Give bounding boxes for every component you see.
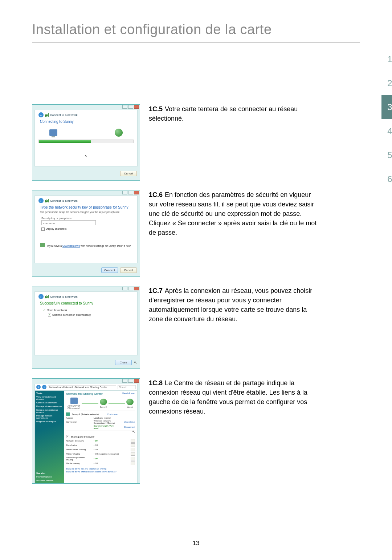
step-1c6: ← Connect to a network Type the network … — [32, 190, 320, 277]
nav-back-icon[interactable]: ‹ — [36, 385, 41, 389]
step-label: 1C.8 — [149, 379, 163, 387]
nav-fwd-icon[interactable]: › — [42, 385, 46, 389]
customize-link[interactable]: Customize — [101, 413, 118, 415]
connecting-status: Connecting to Sunny — [40, 120, 134, 124]
cursor-icon: ↖ — [132, 430, 135, 434]
sidebar-item[interactable]: Set up a connection or network — [36, 409, 62, 413]
sidebar-item[interactable]: Manage wireless networks — [36, 405, 62, 407]
step-1c5: ← Connect to a network Connecting to Sun… — [32, 104, 320, 181]
back-arrow-icon: ← — [38, 112, 44, 117]
cursor-icon: ↖ — [134, 360, 137, 364]
sidebar-item[interactable]: View computers and devices — [36, 396, 62, 400]
tab-3: 3 — [381, 95, 392, 119]
signal-icon — [45, 113, 49, 117]
internet-icon — [126, 399, 134, 405]
connected-heading: Successfully connected to Sunny — [40, 301, 134, 305]
sharing-row: Printer sharing• Off (no printers instal… — [66, 452, 135, 456]
tab-5: 5 — [381, 143, 392, 167]
step-text-1c5: 1C.5Votre carte tentera de se connecter … — [149, 104, 320, 123]
footer-link-1[interactable]: Show me all the files and folders I am s… — [66, 467, 135, 470]
window-title: Connect to a network — [50, 295, 78, 298]
passphrase-sub: The person who setup the network can giv… — [40, 211, 134, 213]
screenshot-connected: ← Connect to a network Successfully conn… — [32, 286, 140, 369]
window-title: Connect to a network — [50, 199, 78, 202]
screenshot-sharing-center: ‹ › Network and Internet › Network and S… — [32, 378, 140, 484]
address-bar: ‹ › Network and Internet › Network and S… — [34, 384, 138, 390]
expand-button[interactable] — [131, 452, 135, 456]
max-icon — [128, 105, 133, 109]
expand-button[interactable] — [131, 457, 135, 460]
view-full-map-link[interactable]: View full map — [122, 392, 135, 394]
tab-2: 2 — [381, 71, 392, 95]
tab-6: 6 — [381, 167, 392, 191]
key-field-label: Security key or passphrase: — [41, 217, 134, 219]
auto-connect-label: Start this connection automatically — [52, 314, 91, 316]
close-icon — [134, 105, 139, 109]
step-1c7: ← Connect to a network Successfully conn… — [32, 286, 320, 369]
expand-button[interactable] — [131, 448, 135, 451]
back-arrow-icon: ← — [38, 198, 44, 203]
sidebar-item[interactable]: Manage network connections — [36, 415, 62, 419]
sidebar-item[interactable]: Windows Firewall — [36, 479, 62, 482]
document-page: Installation et configuration de la cart… — [0, 0, 392, 560]
sidebar-item[interactable]: Diagnose and repair — [36, 420, 62, 423]
sidebar-item[interactable]: Internet Options — [36, 476, 62, 478]
display-chars-checkbox[interactable] — [41, 227, 45, 231]
computer-icon — [49, 129, 57, 136]
cancel-button[interactable]: Cancel — [120, 171, 137, 176]
sidebar-seealso-header: See also — [36, 472, 62, 474]
expand-button[interactable] — [131, 462, 135, 465]
usb-link[interactable]: USB flash drive — [62, 245, 80, 247]
step-label: 1C.6 — [149, 191, 163, 198]
page-title: Installation et configuration de la cart… — [32, 22, 360, 43]
connect-button[interactable]: Connect — [101, 267, 118, 273]
tab-1: 1 — [381, 47, 392, 71]
tab-4: 4 — [381, 119, 392, 143]
display-chars-label: Display characters — [46, 227, 67, 230]
expand-icon[interactable]: ▪ — [66, 435, 69, 438]
max-icon — [128, 379, 133, 383]
expand-button[interactable] — [131, 439, 135, 443]
step-label: 1C.7 — [149, 287, 163, 294]
progress-bar — [38, 140, 134, 143]
main-panel: Network and Sharing Center View full map… — [64, 391, 137, 483]
sharing-row: Password protected sharing• On — [66, 456, 135, 461]
passphrase-heading: Type the network security key or passphr… — [40, 205, 134, 209]
cancel-button[interactable]: Cancel — [120, 267, 137, 273]
step-label: 1C.5 — [149, 105, 163, 113]
expand-button[interactable] — [131, 443, 135, 447]
close-icon — [134, 379, 139, 383]
close-icon — [134, 191, 139, 194]
network-type-icon — [66, 412, 70, 416]
min-icon — [122, 191, 127, 194]
min-icon — [122, 287, 127, 290]
sidebar-item[interactable]: Connect to a network — [36, 402, 62, 404]
save-network-checkbox[interactable] — [43, 309, 46, 312]
step-1c8: ‹ › Network and Internet › Network and S… — [32, 378, 320, 484]
max-icon — [128, 287, 133, 290]
footer-link-2[interactable]: Show me all the shared network folders o… — [66, 470, 135, 473]
step-text-1c7: 1C.7Après la connexion au réseau, vous p… — [149, 286, 320, 324]
min-icon — [122, 105, 127, 109]
usb-icon — [40, 243, 45, 247]
sharing-row: File sharing• Off — [66, 443, 135, 447]
search-input[interactable]: Search — [118, 385, 136, 389]
steps-column: ← Connect to a network Connecting to Sun… — [32, 104, 360, 484]
key-input[interactable]: ••••••••• — [41, 220, 96, 225]
close-icon — [134, 287, 139, 290]
max-icon — [128, 191, 133, 194]
disconnect-link[interactable]: Disconnect — [118, 426, 135, 428]
signal-icon — [45, 295, 49, 298]
sharing-row: Network discovery• On — [66, 439, 135, 443]
sharing-row: Media sharing• Off — [66, 462, 135, 465]
step-text-1c6: 1C.6En fonction des paramètres de sécuri… — [149, 190, 320, 237]
globe-icon — [115, 129, 123, 137]
sharing-row: Public folder sharing• Off — [66, 448, 135, 451]
breadcrumb[interactable]: Network and Internet › Network and Shari… — [48, 385, 116, 389]
window-title: Connect to a network — [50, 113, 78, 117]
auto-connect-checkbox[interactable] — [48, 314, 51, 317]
close-button[interactable]: Close — [115, 360, 132, 365]
computer-icon — [70, 398, 78, 404]
view-status-link[interactable]: View status — [118, 421, 135, 423]
step-text-1c8: 1C.8Le Centre de réseau et de partage in… — [149, 378, 320, 416]
